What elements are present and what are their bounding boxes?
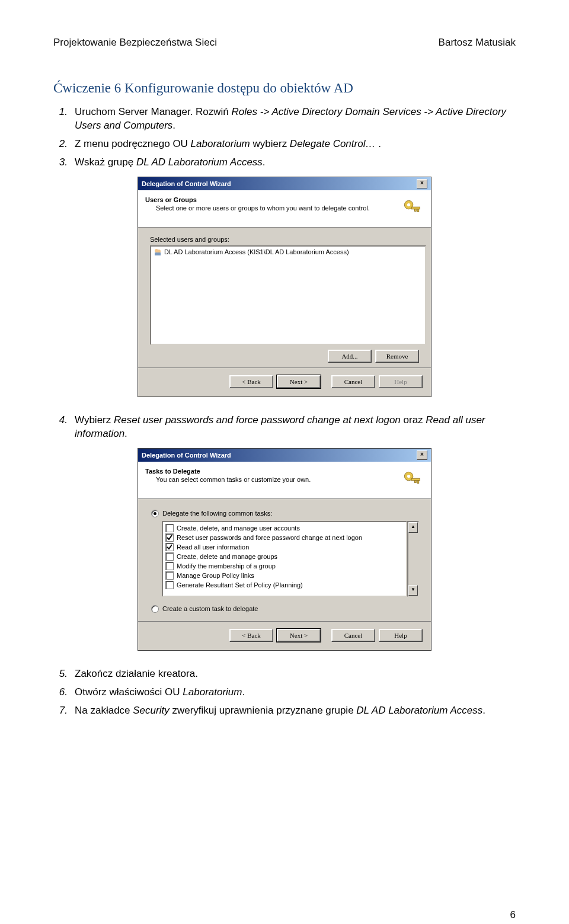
- task-label: Create, delete and manage groups: [177, 553, 277, 560]
- page-number: 6: [510, 909, 516, 921]
- task-label: Read all user information: [177, 543, 249, 551]
- task-item[interactable]: Read all user information: [164, 542, 405, 552]
- wizard-step-title: Tasks to Delegate: [145, 468, 311, 475]
- checkbox-icon[interactable]: [165, 552, 174, 561]
- svg-rect-12: [415, 480, 417, 482]
- task-item[interactable]: Modify the membership of a group: [164, 561, 405, 571]
- wizard-step-subtitle: You can select common tasks or customize…: [156, 476, 311, 483]
- step-1: 1. Uruchom Server Manager. Rozwiń Roles …: [53, 105, 516, 133]
- step-number: 6.: [53, 686, 75, 699]
- tasks-listbox[interactable]: Create, delete, and manage user accounts…: [162, 521, 407, 597]
- task-label: Modify the membership of a group: [177, 562, 276, 570]
- step-number: 1.: [53, 105, 75, 133]
- selected-users-listbox[interactable]: DL AD Laboratorium Access (KIS1\DL AD La…: [150, 245, 426, 345]
- svg-point-9: [407, 475, 410, 478]
- task-label: Generate Resultant Set of Policy (Planni…: [177, 581, 303, 589]
- cancel-button[interactable]: Cancel: [331, 375, 375, 388]
- scroll-down-icon[interactable]: ▼: [408, 585, 418, 596]
- checkbox-icon[interactable]: [165, 581, 174, 589]
- step-6: 6. Otwórz właściwości OU Laboratorium.: [53, 686, 516, 699]
- next-button[interactable]: Next >: [277, 629, 321, 642]
- exercise-heading: Ćwiczenie 6 Konfigurowanie dostępu do ob…: [53, 81, 516, 96]
- task-item[interactable]: Generate Resultant Set of Policy (Planni…: [164, 580, 405, 590]
- header-right: Bartosz Matusiak: [439, 37, 516, 49]
- step-7: 7. Na zakładce Security zweryfikuj upraw…: [53, 704, 516, 718]
- back-button[interactable]: < Back: [229, 375, 273, 388]
- close-icon[interactable]: ×: [417, 450, 427, 460]
- wizard-header: Tasks to Delegate You can select common …: [138, 462, 431, 499]
- keys-icon: [400, 468, 424, 491]
- radio-icon: [151, 605, 159, 613]
- step-4: 4. Wybierz Reset user passwords and forc…: [53, 414, 516, 441]
- window-titlebar: Delegation of Control Wizard ×: [138, 177, 431, 190]
- scroll-up-icon[interactable]: ▲: [408, 522, 418, 533]
- cancel-button[interactable]: Cancel: [331, 629, 375, 642]
- svg-rect-7: [155, 252, 161, 255]
- selected-users-label: Selected users and groups:: [150, 236, 419, 243]
- task-label: Reset user passwords and force password …: [177, 534, 362, 541]
- help-button[interactable]: Help: [379, 629, 423, 642]
- step-5: 5. Zakończ działanie kreatora.: [53, 667, 516, 681]
- wizard-step-subtitle: Select one or more users or groups to wh…: [156, 204, 370, 212]
- task-item[interactable]: Create, delete and manage groups: [164, 552, 405, 561]
- svg-rect-2: [411, 207, 420, 209]
- checkbox-icon[interactable]: [165, 524, 174, 532]
- checkbox-icon[interactable]: [165, 562, 174, 570]
- svg-rect-4: [415, 209, 417, 212]
- task-item[interactable]: Create, delete, and manage user accounts: [164, 523, 405, 533]
- radio-label: Delegate the following common tasks:: [162, 510, 272, 517]
- delegation-wizard-tasks: Delegation of Control Wizard × Tasks to …: [138, 448, 431, 651]
- list-item-label: DL AD Laboratorium Access (KIS1\DL AD La…: [164, 248, 349, 255]
- back-button[interactable]: < Back: [229, 629, 273, 642]
- wizard-header: Users or Groups Select one or more users…: [138, 190, 431, 228]
- radio-custom-task[interactable]: Create a custom task to delegate: [151, 605, 419, 613]
- step-2: 2. Z menu podręcznego OU Laboratorium wy…: [53, 138, 516, 151]
- header-left: Projektowanie Bezpieczeństwa Sieci: [53, 37, 217, 49]
- task-label: Create, delete, and manage user accounts: [177, 525, 300, 532]
- close-icon[interactable]: ×: [417, 179, 427, 188]
- checkbox-icon[interactable]: [165, 571, 174, 580]
- radio-common-tasks[interactable]: Delegate the following common tasks:: [151, 510, 419, 517]
- help-button[interactable]: Help: [379, 375, 423, 388]
- keys-icon: [400, 196, 424, 220]
- svg-point-1: [407, 203, 410, 206]
- task-label: Manage Group Policy links: [177, 572, 254, 579]
- step-3: 3. Wskaż grupę DL AD Laboratorium Access…: [53, 156, 516, 170]
- next-button[interactable]: Next >: [277, 375, 321, 388]
- window-title: Delegation of Control Wizard: [142, 180, 231, 187]
- task-item[interactable]: Manage Group Policy links: [164, 571, 405, 580]
- svg-rect-11: [417, 480, 419, 483]
- radio-label: Create a custom task to delegate: [162, 605, 258, 612]
- step-number: 5.: [53, 667, 75, 681]
- step-number: 2.: [53, 138, 75, 151]
- step-number: 3.: [53, 156, 75, 170]
- task-item[interactable]: Reset user passwords and force password …: [164, 533, 405, 542]
- svg-rect-10: [411, 478, 420, 481]
- remove-button[interactable]: Remove: [375, 350, 419, 363]
- window-title: Delegation of Control Wizard: [142, 452, 231, 459]
- wizard-step-title: Users or Groups: [145, 196, 370, 203]
- page-header: Projektowanie Bezpieczeństwa Sieci Barto…: [53, 37, 516, 49]
- add-button[interactable]: Add...: [328, 350, 372, 363]
- checkbox-icon[interactable]: [165, 543, 174, 551]
- step-number: 7.: [53, 704, 75, 718]
- window-titlebar: Delegation of Control Wizard ×: [138, 449, 431, 462]
- delegation-wizard-users: Delegation of Control Wizard × Users or …: [138, 177, 431, 397]
- scrollbar[interactable]: ▲ ▼: [407, 521, 419, 597]
- svg-rect-3: [417, 209, 419, 212]
- group-icon: [154, 248, 162, 256]
- list-item[interactable]: DL AD Laboratorium Access (KIS1\DL AD La…: [154, 248, 423, 256]
- radio-icon: [151, 510, 159, 517]
- checkbox-icon[interactable]: [165, 533, 174, 542]
- step-number: 4.: [53, 414, 75, 441]
